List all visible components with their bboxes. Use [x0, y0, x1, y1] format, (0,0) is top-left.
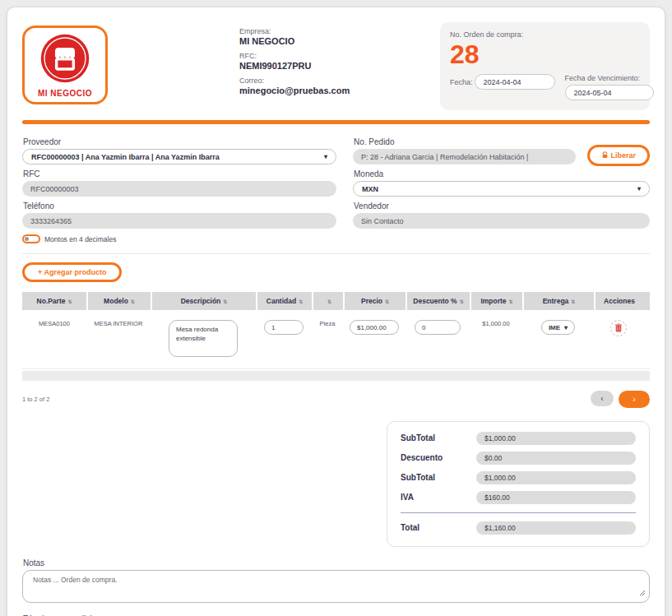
- header-no-parte[interactable]: No.Parte⇅: [22, 292, 86, 310]
- descuento-row: Descuento $0.00: [401, 452, 636, 465]
- fecha-label: Fecha:: [450, 78, 473, 86]
- cell-descuento: [406, 317, 470, 335]
- total-row: Total $1,160.00: [401, 521, 636, 535]
- notas-textarea[interactable]: Notas ... Orden de compra.: [22, 570, 650, 603]
- notas-label: Notas: [23, 558, 650, 567]
- pagination-label: 1 to 2 of 2: [22, 396, 49, 403]
- proveedor-selected-value: RFC00000003 | Ana Yazmin Ibarra | Ana Ya…: [31, 153, 220, 161]
- entrega-select[interactable]: IME ▾: [541, 320, 575, 335]
- order-form: Proveedor RFC00000003 | Ana Yazmin Ibarr…: [22, 132, 650, 243]
- table-footer-strip: [22, 371, 650, 381]
- fecha-input[interactable]: [475, 74, 555, 90]
- page-header: MI NEGOCIO Empresa: MI NEGOCIO RFC: NEMI…: [22, 22, 650, 110]
- sort-icon: ⇅: [571, 299, 575, 304]
- unlock-icon: [601, 151, 609, 160]
- empresa-value: MI NEGOCIO: [239, 36, 350, 46]
- decimales-toggle[interactable]: [22, 234, 40, 243]
- pedido-group: No. Pedido P: 28 - Adriana Garcia | Remo…: [353, 132, 576, 164]
- store-logo-icon: [39, 33, 90, 87]
- liberar-label: Liberar: [610, 151, 636, 160]
- header-descripcion[interactable]: Descripción⇅: [151, 292, 256, 310]
- toggle-knob: [25, 237, 29, 241]
- descuento-value: $0.00: [476, 452, 636, 465]
- section-divider: [22, 253, 650, 254]
- sort-icon: ⇅: [509, 299, 513, 304]
- subtotal-value: $1,000.00: [476, 432, 636, 445]
- logo-wordmark: MI NEGOCIO: [38, 89, 92, 98]
- iva-row: IVA $160.00: [401, 491, 636, 504]
- totals-divider: [401, 512, 636, 513]
- sort-icon: ⇅: [299, 299, 303, 304]
- decimales-toggle-label: Montos en 4 decimales: [44, 235, 116, 243]
- sort-icon: ⇅: [327, 299, 331, 304]
- cell-cantidad: [256, 317, 312, 335]
- chevron-down-icon: ▾: [324, 153, 327, 160]
- fecha-group: Fecha:: [450, 74, 555, 90]
- cell-precio: [343, 317, 406, 335]
- orange-divider: [22, 120, 650, 124]
- pedido-row: No. Pedido P: 28 - Adriana Garcia | Remo…: [353, 132, 650, 164]
- form-left-column: Proveedor RFC00000003 | Ana Yazmin Ibarr…: [22, 132, 336, 243]
- cantidad-input[interactable]: [264, 320, 304, 335]
- iva-value: $160.00: [476, 491, 636, 504]
- cell-importe: $1,000.00: [470, 317, 522, 327]
- header-importe[interactable]: Importe⇅: [470, 292, 522, 310]
- liberar-button[interactable]: Liberar: [587, 145, 650, 166]
- precio-input[interactable]: [350, 320, 399, 335]
- sort-icon: ⇅: [385, 299, 389, 304]
- vendedor-field: Sin Contacto: [353, 213, 650, 229]
- descuento-input[interactable]: [415, 320, 461, 335]
- vendedor-label: Vendedor: [354, 201, 650, 211]
- company-rfc-value: NEMI990127PRU: [239, 61, 350, 71]
- header-precio[interactable]: Precio⇅: [343, 292, 406, 310]
- sort-icon: ⇅: [460, 299, 464, 304]
- total-value: $1,160.00: [476, 521, 636, 535]
- cell-modelo: MESA INTERIOR: [86, 317, 151, 327]
- rfc-label: RFC: [23, 169, 336, 178]
- proveedor-label: Proveedor: [23, 137, 336, 146]
- totals-panel: SubTotal $1,000.00 Descuento $0.00 SubTo…: [387, 421, 650, 547]
- agregar-producto-button[interactable]: + Agregar producto: [22, 262, 122, 282]
- delete-row-button[interactable]: [610, 320, 627, 336]
- correo-label: Correo:: [239, 76, 350, 85]
- header-entrega[interactable]: Entrega⇅: [522, 292, 594, 310]
- sort-icon: ⇅: [131, 299, 135, 304]
- purchase-order-page: MI NEGOCIO Empresa: MI NEGOCIO RFC: NEMI…: [7, 7, 665, 616]
- telefono-field: 3333264365: [22, 213, 336, 229]
- cell-no-parte: MESA0100: [22, 317, 86, 327]
- subtotal2-row: SubTotal $1,000.00: [401, 471, 636, 484]
- prev-page-button[interactable]: ‹: [591, 391, 614, 406]
- vencimiento-group: Fecha de Vencimiento:: [565, 74, 654, 100]
- order-summary-panel: No. Orden de compra: 28 Fecha: Fecha de …: [440, 22, 650, 110]
- order-dates: Fecha: Fecha de Vencimiento:: [450, 74, 640, 100]
- moneda-label: Moneda: [354, 169, 650, 178]
- next-page-button[interactable]: ›: [619, 391, 650, 408]
- moneda-select[interactable]: MXN ▾: [353, 181, 650, 197]
- trash-icon: [614, 322, 623, 335]
- header-acciones: Acciones: [594, 292, 650, 310]
- descripcion-textarea[interactable]: Mesa redonda extensible: [169, 320, 238, 357]
- header-cantidad[interactable]: Cantidad⇅: [256, 292, 312, 310]
- chevron-down-icon: ▾: [564, 324, 568, 331]
- vencimiento-label: Fecha de Vencimiento:: [565, 74, 654, 82]
- entrega-selected-value: IME: [549, 324, 560, 331]
- telefono-label: Teléfono: [23, 201, 336, 211]
- header-descuento[interactable]: Descuento %⇅: [406, 292, 470, 310]
- order-number-label: No. Orden de compra:: [450, 30, 640, 39]
- subtotal-row: SubTotal $1,000.00: [401, 432, 636, 445]
- decimales-toggle-row: Montos en 4 decimales: [22, 234, 336, 243]
- proveedor-select[interactable]: RFC00000003 | Ana Yazmin Ibarra | Ana Ya…: [22, 149, 336, 164]
- moneda-selected-value: MXN: [362, 185, 378, 193]
- cell-unidad: Pieza: [312, 317, 343, 327]
- notas-section: Notas Notas ... Orden de compra.: [22, 558, 650, 603]
- vencimiento-input[interactable]: [565, 85, 654, 100]
- cell-entrega: IME ▾: [522, 317, 594, 335]
- header-unidad[interactable]: ⇅: [312, 292, 343, 310]
- header-modelo[interactable]: Modelo⇅: [86, 292, 151, 310]
- order-number: 28: [450, 40, 640, 69]
- chevron-down-icon: ▾: [637, 185, 641, 192]
- correo-value: minegocio@pruebas.com: [239, 86, 350, 95]
- company-rfc-label: RFC:: [239, 52, 350, 60]
- pagination: 1 to 2 of 2 ‹ ›: [22, 391, 650, 408]
- product-row: MESA0100 MESA INTERIOR Mesa redonda exte…: [22, 310, 650, 369]
